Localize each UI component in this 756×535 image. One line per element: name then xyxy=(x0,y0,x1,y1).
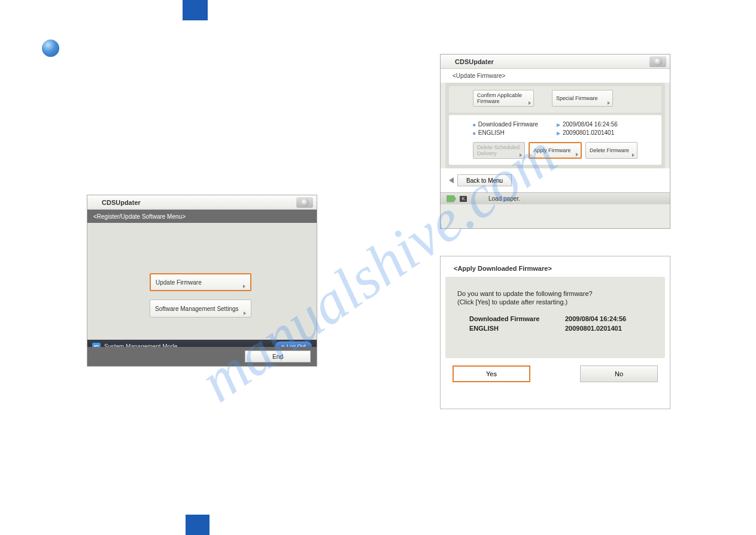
triangle-icon: ▶ xyxy=(557,122,560,128)
main-panel: Confirm Applicable Firmware Special Firm… xyxy=(445,83,665,168)
button-label: Delete Firmware xyxy=(590,147,629,153)
question-line-2: (Click [Yes] to update after restarting.… xyxy=(457,298,653,306)
firmware-version: 20090801.0201401 xyxy=(565,325,622,332)
status-bar: K Load paper. xyxy=(441,192,670,204)
button-label: Apply Firmware xyxy=(533,147,571,153)
screenshot-update-firmware: CDSUpdater <Update Firmware> Confirm App… xyxy=(440,54,670,229)
screenshot-apply-dialog: <Apply Downloaded Firmware> Do you want … xyxy=(440,256,670,409)
dialog-body: Do you want to update the following firm… xyxy=(445,277,665,358)
chevron-right-icon xyxy=(520,153,522,157)
language-label: ENGLISH xyxy=(469,325,565,332)
button-row: Yes No xyxy=(441,358,670,389)
delete-firmware-button[interactable]: Delete Firmware xyxy=(585,142,637,159)
triangle-icon: ▶ xyxy=(557,131,560,136)
globe-icon[interactable] xyxy=(649,56,666,67)
chevron-right-icon xyxy=(632,153,634,157)
app-title: CDSUpdater xyxy=(455,58,494,65)
confirm-applicable-firmware-button[interactable]: Confirm Applicable Firmware xyxy=(473,90,534,107)
back-row: Back to Menu xyxy=(441,168,670,192)
screenshot-register-menu: CDSUpdater <Register/Update Software Men… xyxy=(87,195,317,367)
back-to-menu-button[interactable]: Back to Menu xyxy=(457,174,512,186)
firmware-version: 20090801.0201401 xyxy=(563,129,614,136)
firmware-date: 2009/08/04 16:24:56 xyxy=(565,315,626,322)
titlebar: CDSUpdater xyxy=(87,195,317,210)
bullet-icon: ■ xyxy=(473,122,476,128)
titlebar: CDSUpdater xyxy=(441,55,670,69)
button-label: Confirm Applicable Firmware xyxy=(477,92,530,104)
button-label: Software Management Settings xyxy=(155,306,239,312)
app-title: CDSUpdater xyxy=(102,199,141,206)
breadcrumb: <Register/Update Software Menu> xyxy=(87,210,317,223)
chevron-right-icon xyxy=(576,153,578,156)
breadcrumb: <Apply Downloaded Firmware> xyxy=(441,256,670,277)
chevron-right-icon xyxy=(244,312,246,315)
update-firmware-button[interactable]: Update Firmware xyxy=(150,273,251,291)
status-text: Load paper. xyxy=(488,195,520,202)
paper-icon xyxy=(447,195,456,202)
button-label: Update Firmware xyxy=(156,279,202,286)
end-button[interactable]: End xyxy=(245,350,311,362)
button-label: Special Firmware xyxy=(556,95,598,101)
back-arrow-icon xyxy=(449,177,454,183)
button-label: Delete Scheduled Delivery xyxy=(477,144,521,156)
chevron-right-icon xyxy=(529,101,531,105)
firmware-date: 2009/08/04 16:24:56 xyxy=(563,121,618,128)
downloaded-firmware-label: Downloaded Firmware xyxy=(478,121,538,128)
bottom-bar: End xyxy=(87,347,317,366)
chevron-right-icon xyxy=(608,101,610,105)
software-management-settings-button[interactable]: Software Management Settings xyxy=(150,300,251,318)
top-blue-square xyxy=(183,0,208,20)
no-button[interactable]: No xyxy=(580,365,658,382)
chevron-right-icon xyxy=(243,285,245,288)
apply-firmware-button[interactable]: Apply Firmware xyxy=(529,142,582,159)
downloaded-firmware-label: Downloaded Firmware xyxy=(469,315,565,322)
globe-icon[interactable] xyxy=(296,197,313,208)
firmware-info: ■Downloaded Firmware ▶2009/08/04 16:24:5… xyxy=(449,115,661,165)
bottom-blue-square xyxy=(186,515,210,535)
k-badge: K xyxy=(460,196,467,202)
delete-scheduled-delivery-button: Delete Scheduled Delivery xyxy=(473,142,525,159)
breadcrumb: <Update Firmware> xyxy=(441,69,670,83)
blue-sphere-icon xyxy=(42,40,59,57)
question-line-1: Do you want to update the following firm… xyxy=(457,290,653,297)
yes-button[interactable]: Yes xyxy=(453,365,530,382)
special-firmware-button[interactable]: Special Firmware xyxy=(552,90,613,107)
bullet-icon: ■ xyxy=(473,131,476,136)
language-label: ENGLISH xyxy=(478,129,505,136)
